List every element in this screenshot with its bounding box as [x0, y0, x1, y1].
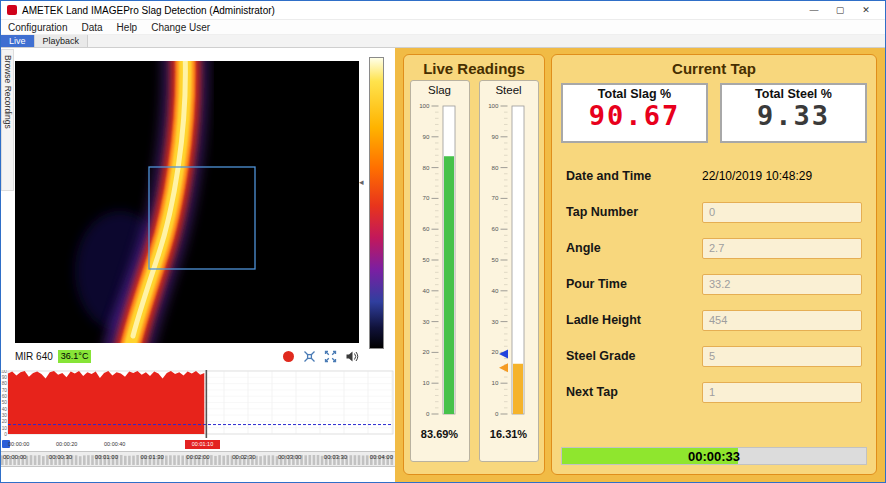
- field-ladle-height: Ladle Height 454: [566, 302, 876, 338]
- ladle-height-input[interactable]: 454: [702, 310, 862, 331]
- svg-text:40: 40: [491, 287, 498, 294]
- minimize-button[interactable]: —: [801, 5, 827, 15]
- app-icon: [7, 5, 17, 15]
- svg-text:20: 20: [491, 348, 498, 355]
- svg-text:60: 60: [2, 394, 8, 399]
- total-slag-display: Total Slag % 90.67: [561, 83, 708, 143]
- svg-text:10: 10: [422, 379, 429, 386]
- browse-recordings-label: Browse Recordings: [3, 55, 13, 129]
- field-angle: Angle 2.7: [566, 230, 876, 266]
- playhead-time-label: 00:01:10: [185, 440, 220, 449]
- steel-gauge-value: 16.31%: [490, 428, 527, 440]
- svg-text:30: 30: [422, 318, 429, 325]
- temperature-colorbar: [369, 57, 384, 349]
- tab-playback[interactable]: Playback: [35, 35, 89, 47]
- app-window: AMETEK Land IMAGEPro Slag Detection (Adm…: [0, 0, 886, 483]
- field-date-and-time: Date and Time 22/10/2019 10:48:29: [566, 158, 876, 194]
- angle-input[interactable]: 2.7: [702, 238, 862, 259]
- menu-item-help[interactable]: Help: [110, 22, 145, 33]
- maximize-button[interactable]: ▢: [827, 5, 853, 15]
- tap-number-input[interactable]: 0: [702, 202, 862, 223]
- svg-text:50: 50: [422, 256, 429, 263]
- camera-name: MIR 640: [15, 351, 53, 362]
- menu-item-data[interactable]: Data: [74, 22, 109, 33]
- svg-text:70: 70: [491, 194, 498, 201]
- svg-text:90: 90: [422, 133, 429, 140]
- total-slag-value: 90.67: [563, 101, 706, 131]
- collapse-arrow-icon[interactable]: ◂: [359, 178, 364, 187]
- svg-text:60: 60: [491, 225, 498, 232]
- svg-text:50: 50: [2, 400, 8, 405]
- svg-text:0: 0: [426, 410, 430, 417]
- steel-gauge-label: Steel: [495, 84, 521, 96]
- svg-text:40: 40: [422, 287, 429, 294]
- tap-timer-text: 00:00:33: [562, 448, 866, 465]
- pour-time-input[interactable]: 33.2: [702, 274, 862, 295]
- svg-text:100: 100: [488, 102, 499, 109]
- axis-label: 00:00:00: [8, 441, 29, 447]
- svg-text:10: 10: [2, 426, 8, 431]
- svg-text:0: 0: [495, 410, 499, 417]
- svg-text:70: 70: [422, 194, 429, 201]
- live-readings-section: Live Readings Slag 010203040506070809010…: [403, 54, 545, 475]
- thermal-image[interactable]: [15, 61, 359, 343]
- scrubber-labels: 00:00:00 00:00:30 00:01:00 00:01:30 00:0…: [1, 452, 395, 466]
- svg-text:20: 20: [422, 348, 429, 355]
- steel-grade-input[interactable]: 5: [702, 346, 862, 367]
- slag-gauge-label: Slag: [428, 84, 451, 96]
- menu-bar: Configuration Data Help Change User: [1, 20, 885, 35]
- svg-text:50: 50: [491, 256, 498, 263]
- svg-text:30: 30: [2, 413, 8, 418]
- field-steel-grade: Steel Grade 5: [566, 338, 876, 374]
- svg-text:90: 90: [2, 375, 8, 380]
- svg-text:80: 80: [491, 164, 498, 171]
- readings-panel: Live Readings Slag 010203040506070809010…: [395, 48, 885, 482]
- svg-text:0: 0: [4, 432, 7, 437]
- slag-gauge-value: 83.69%: [421, 428, 458, 440]
- close-button[interactable]: ✕: [853, 5, 879, 15]
- current-tap-section: Current Tap Total Slag % 90.67 Total Ste…: [551, 54, 877, 475]
- svg-text:70: 70: [2, 388, 8, 393]
- svg-text:100: 100: [1, 370, 7, 374]
- axis-label: 00:00:20: [56, 441, 77, 447]
- chart-time-axis: 00:00:00 00:00:20 00:00:40 00:01:10: [1, 439, 395, 450]
- trend-chart[interactable]: 1009080706050403020100 00:00:00 00:00:20…: [1, 370, 395, 482]
- svg-text:90: 90: [491, 133, 498, 140]
- svg-text:60: 60: [422, 225, 429, 232]
- compress-view-icon[interactable]: [302, 349, 317, 363]
- field-next-tap: Next Tap 1: [566, 374, 876, 410]
- tab-live[interactable]: Live: [1, 35, 35, 47]
- expand-view-icon[interactable]: [323, 349, 338, 363]
- tap-timer-bar: 00:00:33: [561, 447, 867, 465]
- title-bar: AMETEK Land IMAGEPro Slag Detection (Adm…: [1, 1, 885, 20]
- menu-item-change-user[interactable]: Change User: [144, 22, 217, 33]
- menu-item-configuration[interactable]: Configuration: [1, 22, 74, 33]
- svg-text:80: 80: [2, 381, 8, 386]
- total-steel-value: 9.33: [722, 101, 865, 131]
- axis-label: 00:00:40: [104, 441, 125, 447]
- steel-gauge: Steel 0102030405060708090100 16.31%: [479, 80, 539, 462]
- timeline-scrubber[interactable]: 00:00:00 00:00:30 00:01:00 00:01:30 00:0…: [1, 451, 395, 467]
- camera-temperature-badge: 36.1°C: [58, 350, 92, 363]
- svg-text:40: 40: [2, 407, 8, 412]
- audio-icon[interactable]: [344, 349, 359, 363]
- camera-info-row: MIR 640 36.1°C: [15, 348, 359, 364]
- browse-recordings-tab[interactable]: Browse Recordings: [1, 49, 14, 191]
- next-tap-input[interactable]: 1: [702, 382, 862, 403]
- window-title: AMETEK Land IMAGEPro Slag Detection (Adm…: [22, 5, 801, 16]
- record-icon[interactable]: [281, 349, 296, 363]
- svg-text:10: 10: [491, 379, 498, 386]
- live-readings-title: Live Readings: [404, 60, 544, 77]
- field-tap-number: Tap Number 0: [566, 194, 876, 230]
- svg-text:80: 80: [422, 164, 429, 171]
- live-view-panel: Browse Recordings: [1, 48, 395, 482]
- svg-text:30: 30: [491, 318, 498, 325]
- current-tap-title: Current Tap: [552, 60, 876, 77]
- date-time-value: 22/10/2019 10:48:29: [702, 169, 812, 183]
- slag-gauge: Slag 0102030405060708090100 83.69%: [410, 80, 470, 462]
- tab-bar: Live Playback: [1, 35, 885, 48]
- svg-text:20: 20: [2, 419, 8, 424]
- svg-text:100: 100: [419, 102, 430, 109]
- field-pour-time: Pour Time 33.2: [566, 266, 876, 302]
- total-steel-display: Total Steel % 9.33: [720, 83, 867, 143]
